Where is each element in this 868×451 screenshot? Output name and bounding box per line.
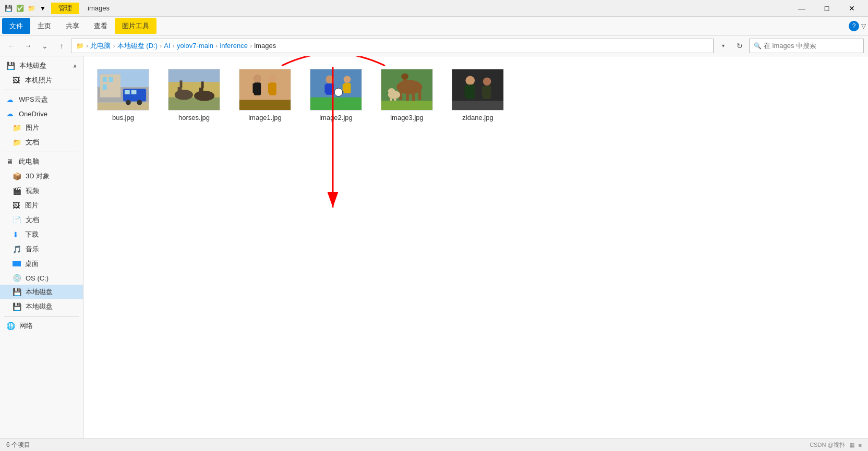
menu-item-home[interactable]: 主页 (30, 18, 58, 34)
menu-item-share[interactable]: 共享 (58, 18, 87, 34)
file-thumb-zidane (452, 69, 504, 111)
breadcrumb-sep-1: › (86, 42, 88, 50)
sidebar-item-label: 网络 (19, 321, 33, 331)
breadcrumb-sep-2: › (113, 42, 115, 50)
breadcrumb-images: images (254, 42, 276, 50)
file-area: bus.jpg horses.jpg (83, 56, 868, 438)
3d-icon: 📦 (13, 172, 21, 180)
file-item-image3[interactable]: image3.jpg (376, 65, 438, 126)
sidebar-divider-2 (4, 152, 79, 152)
svg-point-60 (483, 77, 491, 86)
expand-arrow: ∧ (73, 63, 77, 69)
local-disk-icon-1: 💾 (6, 62, 15, 70)
breadcrumb-yolov7[interactable]: yolov7-main (177, 42, 213, 50)
sidebar-item-local-disk-2[interactable]: 💾 本地磁盘 (0, 285, 83, 299)
sidebar-item-label: WPS云盘 (19, 95, 48, 104)
minimize-button[interactable]: — (790, 1, 814, 16)
file-item-image2[interactable]: image2.jpg (305, 65, 367, 126)
forward-button[interactable]: → (21, 39, 35, 53)
breadcrumb-inference[interactable]: inference (220, 42, 247, 50)
svg-rect-32 (310, 97, 361, 111)
back-button[interactable]: ← (4, 39, 19, 53)
sidebar-item-documents[interactable]: 📄 文档 (0, 213, 83, 227)
desktop-icon (13, 261, 21, 266)
image3-thumbnail-svg (381, 69, 432, 111)
file-name-horses: horses.jpg (178, 114, 210, 121)
sidebar-item-label: OS (C:) (26, 274, 49, 282)
sidebar-item-label: 本地磁盘 (26, 302, 53, 311)
breadcrumb-dropdown[interactable]: ▾ (716, 39, 730, 53)
item-count: 6 个项目 (6, 441, 30, 449)
file-item-zidane[interactable]: zidane.jpg (447, 65, 509, 126)
file-item-horses[interactable]: horses.jpg (163, 65, 225, 126)
svg-point-37 (334, 88, 343, 96)
svg-rect-63 (487, 87, 490, 96)
sidebar-item-download[interactable]: ⬇ 下载 (0, 227, 83, 242)
sidebar-item-onedrive[interactable]: ☁ OneDrive (0, 107, 83, 120)
manage-tab[interactable]: 管理 (51, 3, 79, 14)
close-button[interactable]: ✕ (840, 1, 864, 16)
download-icon: ⬇ (13, 230, 21, 239)
svg-point-26 (269, 75, 277, 83)
svg-rect-49 (418, 90, 421, 100)
sidebar-item-3d[interactable]: 📦 3D 对象 (0, 169, 83, 184)
recent-button[interactable]: ⌄ (38, 39, 52, 53)
file-item-image1[interactable]: image1.jpg (234, 65, 296, 126)
breadcrumb-local-disk[interactable]: 本地磁盘 (D:) (117, 41, 158, 51)
breadcrumb-ai[interactable]: AI (164, 42, 170, 50)
breadcrumb-bar[interactable]: 📁 › 此电脑 › 本地磁盘 (D:) › AI › yolov7-main ›… (71, 39, 714, 53)
sidebar-item-wps[interactable]: ☁ WPS云盘 (0, 92, 83, 107)
sidebar-item-music[interactable]: 🎵 音乐 (0, 242, 83, 257)
menu-item-picture-tools[interactable]: 图片工具 (115, 18, 156, 34)
image1-thumbnail-svg (239, 69, 291, 111)
sidebar-item-this-pc[interactable]: 🖥 此电脑 (0, 154, 83, 169)
search-box[interactable]: 🔍 (749, 39, 864, 53)
help-icon[interactable]: ? (849, 21, 859, 31)
up-button[interactable]: ↑ (54, 39, 69, 53)
svg-rect-8 (125, 90, 130, 94)
video-icon: 🎬 (13, 187, 21, 195)
sidebar-item-desktop[interactable]: 桌面 (0, 257, 83, 271)
onedrive-icon: ☁ (6, 109, 15, 118)
breadcrumb-this-pc[interactable]: 此电脑 (90, 41, 111, 51)
view-icon-2[interactable]: ≡ (859, 442, 862, 448)
sidebar-item-photos[interactable]: 🖼 本机照片 (0, 73, 83, 88)
sidebar-divider-3 (4, 316, 79, 316)
sidebar-item-label: 本地磁盘 (19, 61, 46, 70)
svg-rect-36 (329, 84, 333, 93)
svg-point-15 (175, 90, 193, 100)
expand-icon[interactable]: ▽ (861, 22, 866, 30)
sidebar-item-video[interactable]: 🎬 视频 (0, 184, 83, 198)
osdisk-icon: 💿 (13, 274, 21, 282)
this-pc-icon: 🖥 (6, 157, 15, 166)
sidebar-item-label: 此电脑 (19, 157, 39, 166)
refresh-button[interactable]: ↻ (732, 39, 747, 53)
svg-point-33 (326, 76, 334, 84)
sidebar-item-local-disk-3[interactable]: 💾 本地磁盘 (0, 299, 83, 314)
sidebar-item-docs[interactable]: 📁 文档 (0, 135, 83, 150)
menu-bar: 文件 主页 共享 查看 图片工具 ? ▽ (0, 17, 868, 35)
sidebar-item-pics[interactable]: 🖼 图片 (0, 198, 83, 213)
local-disk-icon-2: 💾 (13, 288, 21, 296)
view-icon-1[interactable]: ▦ (849, 442, 854, 448)
sidebar-item-network[interactable]: 🌐 网络 (0, 319, 83, 333)
local-disk-icon-3: 💾 (13, 302, 21, 311)
maximize-button[interactable]: □ (815, 1, 839, 16)
menu-item-file[interactable]: 文件 (2, 18, 30, 34)
menu-item-view[interactable]: 查看 (87, 18, 115, 34)
sidebar-item-local-disk-1[interactable]: 💾 本地磁盘 ∧ (0, 58, 83, 73)
svg-rect-19 (199, 88, 203, 97)
search-input[interactable] (764, 42, 859, 50)
sidebar-item-label: OneDrive (19, 110, 47, 118)
svg-rect-9 (131, 90, 137, 94)
sidebar-item-osdisk[interactable]: 💿 OS (C:) (0, 271, 83, 285)
file-name-image2: image2.jpg (319, 114, 353, 121)
svg-rect-59 (469, 86, 474, 96)
photos-icon: 🖼 (13, 76, 21, 84)
svg-rect-4 (103, 77, 107, 82)
file-item-bus[interactable]: bus.jpg (92, 65, 154, 126)
sidebar-item-label: 图片 (26, 123, 39, 132)
svg-point-56 (465, 76, 475, 86)
sidebar-item-pictures[interactable]: 📁 图片 (0, 120, 83, 135)
svg-point-45 (401, 74, 408, 80)
